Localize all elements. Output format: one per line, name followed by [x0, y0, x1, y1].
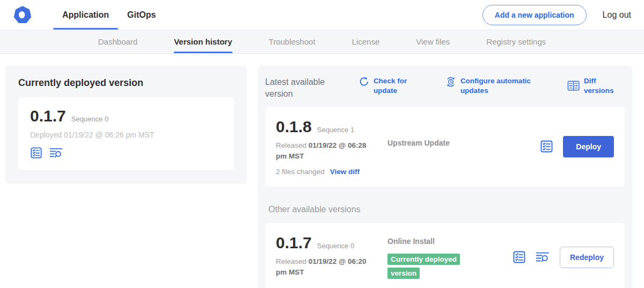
other-version-actions: Redeploy: [513, 247, 614, 268]
clock-refresh-icon: [445, 76, 456, 87]
latest-files-row: 2 files changedView diff: [276, 168, 378, 176]
diff-versions-label: Diff versions: [584, 76, 625, 95]
currently-deployed-panel: Currently deployed version 0.1.7 Sequenc…: [5, 66, 247, 184]
app-subnav: Dashboard Version history Troubleshoot L…: [0, 30, 644, 54]
other-source-column: Online Install Currently deployed versio…: [387, 234, 489, 281]
other-versions-title: Other available versions: [268, 205, 621, 214]
latest-header-links: Check for update Configure automatic upd…: [358, 76, 625, 95]
view-logs-icon[interactable]: [536, 251, 550, 263]
latest-sequence-label: Sequence 1: [317, 126, 354, 134]
other-version-info: 0.1.7 Sequence 0 Released 01/19/22 @ 06:…: [276, 234, 378, 281]
latest-source-label: Upstream Update: [387, 139, 450, 147]
top-tabs: Application GitOps: [53, 0, 165, 30]
add-application-button[interactable]: Add a new application: [482, 5, 587, 25]
latest-released-line: Released 01/19/22 @ 06:28 pm MST: [276, 140, 378, 162]
check-for-update-label: Check for update: [374, 76, 411, 95]
kots-logo-icon: [13, 6, 32, 24]
preflight-checks-icon[interactable]: [540, 140, 553, 153]
diff-icon: [567, 80, 580, 91]
deployed-badge-wrap: Currently deployed version: [387, 253, 473, 281]
latest-version-row: 0.1.8 Sequence 1: [276, 118, 378, 136]
configure-automatic-updates-link[interactable]: Configure automatic updates: [445, 76, 533, 95]
latest-available-title: Latest available version: [265, 76, 339, 99]
subnav-item-troubleshoot[interactable]: Troubleshoot: [269, 30, 316, 53]
deployed-version-row: 0.1.7 Sequence 0: [30, 107, 222, 125]
files-changed-label: 2 files changed: [276, 168, 325, 176]
latest-version-number: 0.1.8: [276, 118, 312, 136]
diff-versions-link[interactable]: Diff versions: [567, 76, 625, 95]
other-released-line: Released 01/19/22 @ 06:20 pm MST: [276, 256, 378, 278]
tab-gitops[interactable]: GitOps: [118, 0, 165, 30]
deploy-button[interactable]: Deploy: [563, 136, 614, 157]
currently-deployed-badge: Currently deployed version: [387, 254, 460, 279]
refresh-icon: [358, 76, 369, 87]
top-right-actions: Add a new application Log out: [482, 0, 631, 30]
deployed-actions: [30, 147, 222, 159]
configure-automatic-updates-label: Configure automatic updates: [460, 76, 533, 95]
latest-panel-header: Latest available version Check for updat…: [265, 75, 625, 99]
main-content: Currently deployed version 0.1.7 Sequenc…: [0, 54, 644, 288]
subnav-item-dashboard[interactable]: Dashboard: [98, 30, 137, 53]
other-sequence-label: Sequence 0: [317, 242, 354, 250]
redeploy-button[interactable]: Redeploy: [560, 247, 614, 268]
latest-available-panel: Latest available version Check for updat…: [258, 66, 632, 288]
latest-version-info: 0.1.8 Sequence 1 Released 01/19/22 @ 06:…: [276, 118, 378, 176]
latest-source-column: Upstream Update: [387, 118, 489, 176]
subnav-item-version-history[interactable]: Version history: [174, 30, 232, 53]
subnav-item-license[interactable]: License: [352, 30, 380, 53]
check-for-update-link[interactable]: Check for update: [358, 76, 411, 95]
other-version-number: 0.1.7: [276, 234, 312, 252]
subnav-item-view-files[interactable]: View files: [416, 30, 450, 53]
deployed-sequence-label: Sequence 0: [71, 115, 108, 123]
currently-deployed-title: Currently deployed version: [18, 77, 234, 89]
preflight-checks-icon[interactable]: [513, 250, 526, 264]
latest-version-card: 0.1.8 Sequence 1 Released 01/19/22 @ 06:…: [265, 107, 625, 186]
other-version-card: 0.1.7 Sequence 0 Released 01/19/22 @ 06:…: [265, 223, 625, 288]
deployed-version-number: 0.1.7: [30, 107, 66, 125]
other-version-row: 0.1.7 Sequence 0: [276, 234, 378, 252]
view-diff-link[interactable]: View diff: [330, 168, 360, 176]
tab-gitops-label: GitOps: [127, 10, 156, 20]
other-source-label: Online Install: [387, 237, 435, 246]
subnav-item-registry-settings[interactable]: Registry settings: [486, 30, 546, 53]
tab-application[interactable]: Application: [53, 0, 118, 30]
released-prefix: Released: [276, 257, 306, 265]
released-prefix: Released: [276, 141, 306, 149]
deployed-version-card: 0.1.7 Sequence 0 Deployed 01/19/22 @ 06:…: [18, 97, 234, 170]
deployed-timestamp: Deployed 01/19/22 @ 06:26 pm MST: [30, 131, 222, 139]
latest-version-actions: Deploy: [540, 136, 614, 157]
logout-link[interactable]: Log out: [603, 10, 631, 20]
preflight-checks-icon[interactable]: [30, 147, 42, 159]
top-nav: Application GitOps Add a new application…: [0, 0, 644, 30]
app-logo: [13, 0, 32, 30]
tab-application-label: Application: [62, 10, 109, 20]
view-logs-icon[interactable]: [49, 147, 63, 159]
